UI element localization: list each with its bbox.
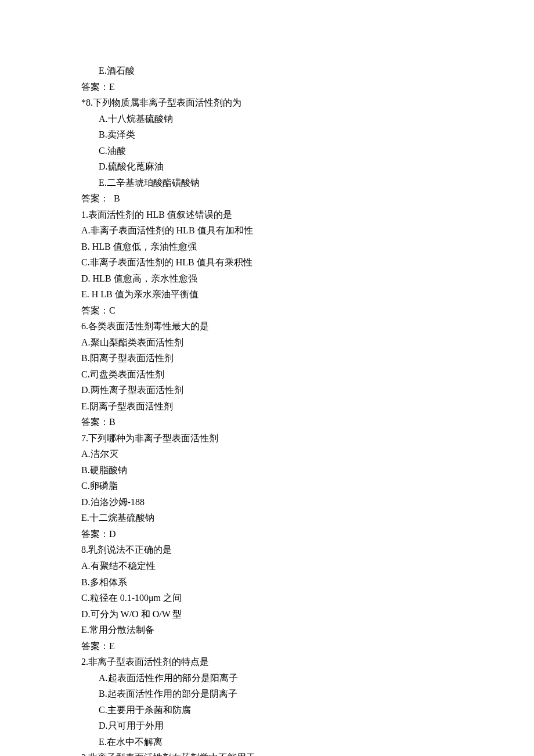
text-line: C.油酸 (81, 143, 534, 159)
text-line: D.泊洛沙姆-188 (81, 494, 534, 510)
text-line: C.司盘类表面活性剂 (81, 366, 534, 383)
text-line: 答案：C (81, 303, 534, 319)
text-line: 7.下列哪种为非离子型表面活性剂 (81, 430, 534, 447)
text-line: E.二辛基琥珀酸酯磺酸钠 (81, 175, 534, 191)
text-line: B. HLB 值愈低，亲油性愈强 (81, 239, 534, 255)
text-line: E.十二烷基硫酸钠 (81, 510, 534, 526)
text-line: *8.下列物质属非离子型表面活性剂的为 (81, 95, 534, 111)
text-line: A.十八烷基硫酸钠 (81, 111, 534, 127)
text-line: E.在水中不解离 (81, 734, 534, 750)
text-line: A.有聚结不稳定性 (81, 558, 534, 574)
text-line: D.两性离子型表面活性剂 (81, 382, 534, 398)
text-line: 答案：B (81, 414, 534, 430)
text-line: B.硬脂酸钠 (81, 462, 534, 478)
text-line: A.洁尔灭 (81, 446, 534, 462)
text-line: B.起表面活性作用的部分是阴离子 (81, 686, 534, 702)
text-line: D. HLB 值愈高，亲水性愈强 (81, 271, 534, 287)
text-line: C.主要用于杀菌和防腐 (81, 702, 534, 718)
text-line: 答案： B (81, 190, 534, 207)
text-line: 答案：E (81, 638, 534, 654)
text-line: D.可分为 W/O 和 O/W 型 (81, 606, 534, 622)
text-line: B.多相体系 (81, 574, 534, 591)
text-line: 2.非离子型表面活性剂的特点是 (81, 654, 534, 670)
text-line: 答案：E (81, 79, 534, 95)
text-line: D.只可用于外用 (81, 718, 534, 734)
text-line: D.硫酸化蓖麻油 (81, 159, 534, 175)
text-line: E. H LB 值为亲水亲油平衡值 (81, 286, 534, 303)
text-line: A.非离子表面活性剂的 HLB 值具有加和性 (81, 222, 534, 239)
text-line: 6.各类表面活性剂毒性最大的是 (81, 318, 534, 334)
text-line: C.非离子表面活性剂的 HLB 值具有乘积性 (81, 254, 534, 271)
text-line: C.卵磷脂 (81, 478, 534, 494)
document-page: E.酒石酸答案：E*8.下列物质属非离子型表面活性剂的为A.十八烷基硫酸钠B.卖… (0, 0, 534, 756)
text-line: E.常用分散法制备 (81, 622, 534, 638)
text-line: 3.非离子型表面活性剂在药剂学中不能用于 (81, 750, 534, 756)
text-line: 答案：D (81, 526, 534, 542)
text-line: C.粒径在 0.1-100μm 之间 (81, 590, 534, 606)
text-line: B.卖泽类 (81, 127, 534, 143)
text-line: 1.表面活性剂的 HLB 值叙述错误的是 (81, 207, 534, 223)
text-line: E.酒石酸 (81, 63, 534, 79)
text-line: 8.乳剂说法不正确的是 (81, 542, 534, 558)
text-line: A.起表面活性作用的部分是阳离子 (81, 670, 534, 686)
text-line: A.聚山梨酯类表面活性剂 (81, 334, 534, 351)
text-line: E.阴离子型表面活性剂 (81, 398, 534, 415)
text-line: B.阳离子型表面活性剂 (81, 350, 534, 366)
